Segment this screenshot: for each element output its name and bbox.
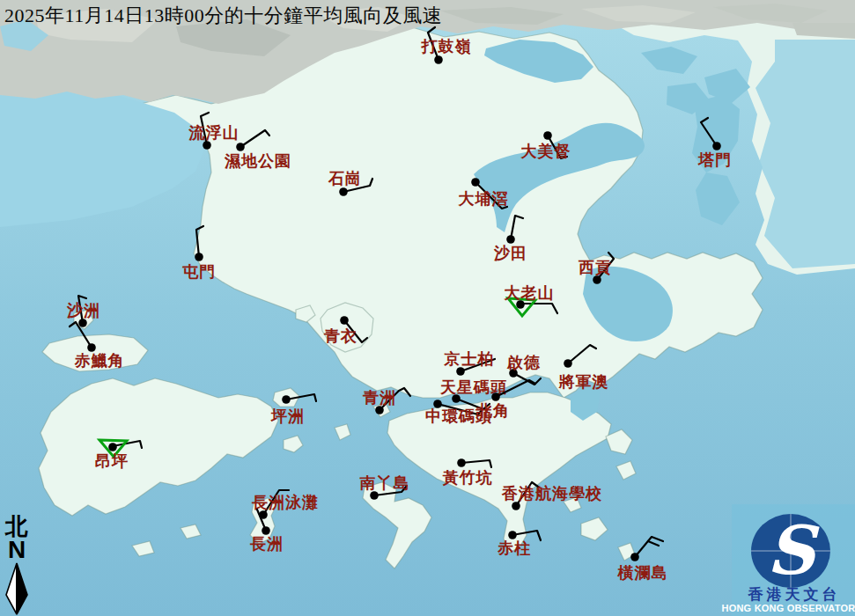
station-label: 流浮山 bbox=[188, 124, 240, 142]
station-dot bbox=[456, 367, 465, 376]
station-label: 大埔滘 bbox=[458, 190, 509, 208]
station-label: 大美督 bbox=[520, 142, 571, 160]
wind-barb bbox=[240, 130, 269, 147]
station-marker: 石崗 bbox=[328, 170, 372, 196]
station-dot bbox=[203, 141, 211, 150]
station-label: 南丫島 bbox=[359, 474, 410, 492]
station-label: 赤鱲角 bbox=[74, 352, 125, 370]
station-label: 將軍澳 bbox=[558, 373, 609, 391]
station-marker: 香港航海學校 bbox=[501, 482, 602, 510]
station-label: 北角 bbox=[475, 402, 510, 420]
station-marker: 昂坪 bbox=[95, 440, 142, 470]
station-marker: 沙田 bbox=[493, 216, 527, 262]
wind-map-screenshot: 打鼓嶺流浮山濕地公園石崗大美督塔門大埔滘沙田西貢大老山屯門沙洲赤鱲角青衣青洲京士… bbox=[0, 0, 855, 616]
station-dot bbox=[506, 235, 515, 244]
wind-barb bbox=[701, 118, 717, 146]
station-marker: 青衣 bbox=[323, 316, 367, 345]
station-label: 沙洲 bbox=[66, 302, 100, 319]
station-label: 屯門 bbox=[182, 263, 216, 281]
station-dot bbox=[593, 275, 601, 284]
station-dot bbox=[262, 526, 270, 535]
station-label: 黃竹坑 bbox=[443, 469, 493, 487]
station-label: 長洲 bbox=[249, 535, 284, 553]
station-label: 青衣 bbox=[323, 327, 357, 345]
station-marker: 西貢 bbox=[578, 253, 614, 284]
station-marker: 青洲 bbox=[362, 388, 410, 414]
station-marker: 打鼓嶺 bbox=[421, 27, 472, 64]
station-dot bbox=[78, 319, 87, 327]
station-marker: 橫瀾島 bbox=[617, 537, 668, 582]
station-dot bbox=[340, 316, 349, 325]
wind-barb bbox=[635, 537, 663, 557]
station-marker: 將軍澳 bbox=[558, 345, 609, 391]
station-marker: 屯門 bbox=[182, 226, 216, 281]
station-dot bbox=[712, 142, 721, 150]
station-label: 石崗 bbox=[328, 170, 362, 187]
station-marker: 大美督 bbox=[520, 131, 571, 160]
station-label: 沙田 bbox=[493, 245, 527, 262]
station-label: 濕地公園 bbox=[224, 152, 291, 170]
station-dot bbox=[471, 178, 480, 187]
wind-barb bbox=[461, 460, 491, 467]
station-marker: 京士柏 bbox=[444, 350, 496, 376]
station-dot bbox=[236, 143, 245, 151]
station-dot bbox=[339, 187, 348, 196]
station-label: 打鼓嶺 bbox=[421, 38, 472, 55]
station-label: 昂坪 bbox=[95, 452, 129, 470]
station-label: 青洲 bbox=[362, 389, 396, 407]
wind-barb bbox=[286, 394, 316, 401]
station-label: 坪洲 bbox=[270, 407, 305, 425]
station-marker: 啟德 bbox=[506, 354, 541, 385]
station-dot bbox=[375, 406, 384, 414]
station-marker: 赤鱲角 bbox=[70, 322, 125, 370]
station-dot bbox=[543, 131, 552, 140]
wind-stations-layer: 打鼓嶺流浮山濕地公園石崗大美督塔門大埔滘沙田西貢大老山屯門沙洲赤鱲角青衣青洲京士… bbox=[0, 0, 855, 616]
map-title: 2025年11月14日13時00分的十分鐘平均風向及風速 bbox=[4, 3, 442, 29]
station-dot bbox=[282, 395, 291, 404]
station-marker: 赤柱 bbox=[497, 531, 541, 557]
station-marker: 塔門 bbox=[697, 118, 732, 169]
station-marker: 黃竹坑 bbox=[443, 458, 493, 487]
station-dot bbox=[491, 392, 500, 401]
station-dot bbox=[564, 359, 572, 368]
wind-barb bbox=[196, 226, 203, 257]
station-dot bbox=[108, 443, 117, 451]
station-label: 橫瀾島 bbox=[617, 564, 668, 582]
station-dot bbox=[195, 253, 203, 261]
station-label: 塔門 bbox=[697, 151, 732, 169]
station-marker: 沙洲 bbox=[66, 296, 100, 327]
station-label: 長洲泳灘 bbox=[251, 494, 319, 511]
wind-barb bbox=[513, 373, 541, 385]
station-label: 大老山 bbox=[504, 284, 555, 302]
wind-barb bbox=[648, 541, 659, 546]
station-marker: 長洲泳灘 bbox=[251, 490, 319, 519]
station-dot bbox=[87, 343, 96, 352]
station-label: 西貢 bbox=[578, 259, 612, 276]
station-label: 香港航海學校 bbox=[501, 485, 602, 502]
station-marker: 南丫島 bbox=[359, 474, 410, 500]
station-dot bbox=[630, 553, 639, 561]
station-marker: 流浮山 bbox=[188, 113, 240, 150]
station-label: 啟德 bbox=[506, 354, 541, 371]
station-dot bbox=[457, 458, 466, 467]
station-marker: 大埔滘 bbox=[458, 178, 509, 209]
station-dot bbox=[370, 491, 379, 500]
station-marker: 大老山 bbox=[504, 284, 558, 316]
station-dot bbox=[434, 55, 443, 64]
station-label: 赤柱 bbox=[497, 539, 531, 557]
station-label: 京士柏 bbox=[444, 350, 495, 368]
wind-barb bbox=[568, 345, 596, 363]
station-dot bbox=[508, 531, 517, 539]
station-marker: 坪洲 bbox=[270, 394, 316, 425]
station-dot bbox=[512, 502, 520, 510]
